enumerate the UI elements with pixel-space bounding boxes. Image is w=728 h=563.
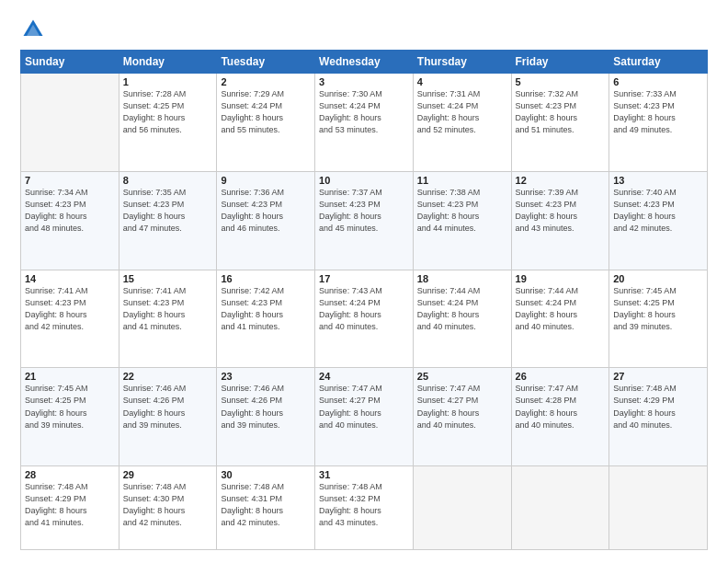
calendar-cell: 30Sunrise: 7:48 AMSunset: 4:31 PMDayligh… (217, 466, 315, 550)
day-info: Sunrise: 7:41 AMSunset: 4:23 PMDaylight:… (25, 285, 115, 333)
day-header-sunday: Sunday (21, 51, 119, 74)
day-number: 18 (417, 273, 507, 284)
day-header-saturday: Saturday (609, 51, 708, 74)
calendar-cell: 8Sunrise: 7:35 AMSunset: 4:23 PMDaylight… (119, 171, 217, 270)
calendar-cell: 20Sunrise: 7:45 AMSunset: 4:25 PMDayligh… (609, 270, 708, 368)
day-number: 8 (123, 175, 213, 186)
day-info: Sunrise: 7:28 AMSunset: 4:25 PMDaylight:… (123, 88, 213, 136)
calendar-cell: 14Sunrise: 7:41 AMSunset: 4:23 PMDayligh… (21, 270, 119, 368)
day-number: 28 (25, 469, 115, 480)
day-info: Sunrise: 7:48 AMSunset: 4:30 PMDaylight:… (123, 481, 213, 529)
day-info: Sunrise: 7:47 AMSunset: 4:27 PMDaylight:… (319, 383, 409, 431)
day-header-monday: Monday (119, 51, 217, 74)
day-number: 2 (221, 76, 311, 87)
day-info: Sunrise: 7:44 AMSunset: 4:24 PMDaylight:… (516, 285, 606, 333)
logo (20, 17, 50, 42)
day-number: 23 (221, 371, 311, 382)
calendar-week-row: 28Sunrise: 7:48 AMSunset: 4:29 PMDayligh… (21, 466, 708, 550)
calendar-cell: 7Sunrise: 7:34 AMSunset: 4:23 PMDaylight… (21, 171, 119, 270)
calendar-cell: 2Sunrise: 7:29 AMSunset: 4:24 PMDaylight… (217, 74, 315, 172)
day-number: 17 (319, 273, 409, 284)
day-number: 9 (221, 175, 311, 186)
day-info: Sunrise: 7:33 AMSunset: 4:23 PMDaylight:… (613, 88, 703, 136)
day-info: Sunrise: 7:40 AMSunset: 4:23 PMDaylight:… (613, 187, 703, 235)
calendar-cell: 25Sunrise: 7:47 AMSunset: 4:27 PMDayligh… (413, 368, 511, 466)
calendar-week-row: 21Sunrise: 7:45 AMSunset: 4:25 PMDayligh… (21, 368, 708, 466)
day-number: 24 (319, 371, 409, 382)
calendar-cell: 23Sunrise: 7:46 AMSunset: 4:26 PMDayligh… (217, 368, 315, 466)
day-number: 29 (123, 469, 213, 480)
calendar-header-row: SundayMondayTuesdayWednesdayThursdayFrid… (21, 51, 708, 74)
day-number: 3 (319, 76, 409, 87)
calendar-cell: 19Sunrise: 7:44 AMSunset: 4:24 PMDayligh… (511, 270, 609, 368)
day-info: Sunrise: 7:35 AMSunset: 4:23 PMDaylight:… (123, 187, 213, 235)
day-number: 15 (123, 273, 213, 284)
calendar-cell: 13Sunrise: 7:40 AMSunset: 4:23 PMDayligh… (609, 171, 708, 270)
calendar-cell: 11Sunrise: 7:38 AMSunset: 4:23 PMDayligh… (413, 171, 511, 270)
day-info: Sunrise: 7:31 AMSunset: 4:24 PMDaylight:… (417, 88, 507, 136)
calendar-week-row: 7Sunrise: 7:34 AMSunset: 4:23 PMDaylight… (21, 171, 708, 270)
day-number: 12 (516, 175, 606, 186)
page: SundayMondayTuesdayWednesdayThursdayFrid… (0, 0, 728, 563)
day-number: 4 (417, 76, 507, 87)
day-info: Sunrise: 7:37 AMSunset: 4:23 PMDaylight:… (319, 187, 409, 235)
day-info: Sunrise: 7:47 AMSunset: 4:28 PMDaylight:… (516, 383, 606, 431)
calendar-cell: 18Sunrise: 7:44 AMSunset: 4:24 PMDayligh… (413, 270, 511, 368)
day-info: Sunrise: 7:45 AMSunset: 4:25 PMDaylight:… (25, 383, 115, 431)
day-number: 14 (25, 273, 115, 284)
day-info: Sunrise: 7:45 AMSunset: 4:25 PMDaylight:… (613, 285, 703, 333)
day-info: Sunrise: 7:44 AMSunset: 4:24 PMDaylight:… (417, 285, 507, 333)
day-number: 27 (613, 371, 703, 382)
calendar-cell (21, 74, 119, 172)
calendar-cell: 9Sunrise: 7:36 AMSunset: 4:23 PMDaylight… (217, 171, 315, 270)
day-info: Sunrise: 7:46 AMSunset: 4:26 PMDaylight:… (221, 383, 311, 431)
day-info: Sunrise: 7:48 AMSunset: 4:32 PMDaylight:… (319, 481, 409, 529)
day-info: Sunrise: 7:30 AMSunset: 4:24 PMDaylight:… (319, 88, 409, 136)
header (20, 17, 708, 42)
day-number: 30 (221, 469, 311, 480)
day-number: 22 (123, 371, 213, 382)
calendar-cell: 16Sunrise: 7:42 AMSunset: 4:23 PMDayligh… (217, 270, 315, 368)
calendar-week-row: 1Sunrise: 7:28 AMSunset: 4:25 PMDaylight… (21, 74, 708, 172)
day-number: 25 (417, 371, 507, 382)
calendar-cell: 27Sunrise: 7:48 AMSunset: 4:29 PMDayligh… (609, 368, 708, 466)
calendar-cell: 21Sunrise: 7:45 AMSunset: 4:25 PMDayligh… (21, 368, 119, 466)
calendar-cell: 28Sunrise: 7:48 AMSunset: 4:29 PMDayligh… (21, 466, 119, 550)
calendar-cell: 5Sunrise: 7:32 AMSunset: 4:23 PMDaylight… (511, 74, 609, 172)
calendar-cell: 6Sunrise: 7:33 AMSunset: 4:23 PMDaylight… (609, 74, 708, 172)
day-number: 13 (613, 175, 703, 186)
day-info: Sunrise: 7:36 AMSunset: 4:23 PMDaylight:… (221, 187, 311, 235)
day-info: Sunrise: 7:41 AMSunset: 4:23 PMDaylight:… (123, 285, 213, 333)
calendar-week-row: 14Sunrise: 7:41 AMSunset: 4:23 PMDayligh… (21, 270, 708, 368)
calendar-cell: 3Sunrise: 7:30 AMSunset: 4:24 PMDaylight… (315, 74, 414, 172)
day-number: 1 (123, 76, 213, 87)
day-info: Sunrise: 7:32 AMSunset: 4:23 PMDaylight:… (516, 88, 606, 136)
logo-icon (20, 17, 46, 42)
day-info: Sunrise: 7:48 AMSunset: 4:29 PMDaylight:… (613, 383, 703, 431)
calendar-cell (511, 466, 609, 550)
day-info: Sunrise: 7:47 AMSunset: 4:27 PMDaylight:… (417, 383, 507, 431)
calendar-cell (413, 466, 511, 550)
day-number: 21 (25, 371, 115, 382)
calendar-cell: 17Sunrise: 7:43 AMSunset: 4:24 PMDayligh… (315, 270, 414, 368)
day-info: Sunrise: 7:29 AMSunset: 4:24 PMDaylight:… (221, 88, 311, 136)
day-info: Sunrise: 7:42 AMSunset: 4:23 PMDaylight:… (221, 285, 311, 333)
day-number: 16 (221, 273, 311, 284)
calendar-cell: 29Sunrise: 7:48 AMSunset: 4:30 PMDayligh… (119, 466, 217, 550)
day-info: Sunrise: 7:39 AMSunset: 4:23 PMDaylight:… (516, 187, 606, 235)
day-header-thursday: Thursday (413, 51, 511, 74)
calendar-cell: 15Sunrise: 7:41 AMSunset: 4:23 PMDayligh… (119, 270, 217, 368)
day-number: 31 (319, 469, 409, 480)
day-number: 7 (25, 175, 115, 186)
day-header-wednesday: Wednesday (315, 51, 414, 74)
day-number: 20 (613, 273, 703, 284)
day-header-friday: Friday (511, 51, 609, 74)
day-info: Sunrise: 7:48 AMSunset: 4:31 PMDaylight:… (221, 481, 311, 529)
day-number: 19 (516, 273, 606, 284)
calendar-cell: 22Sunrise: 7:46 AMSunset: 4:26 PMDayligh… (119, 368, 217, 466)
day-info: Sunrise: 7:34 AMSunset: 4:23 PMDaylight:… (25, 187, 115, 235)
day-info: Sunrise: 7:43 AMSunset: 4:24 PMDaylight:… (319, 285, 409, 333)
day-info: Sunrise: 7:46 AMSunset: 4:26 PMDaylight:… (123, 383, 213, 431)
day-number: 6 (613, 76, 703, 87)
calendar-cell: 26Sunrise: 7:47 AMSunset: 4:28 PMDayligh… (511, 368, 609, 466)
